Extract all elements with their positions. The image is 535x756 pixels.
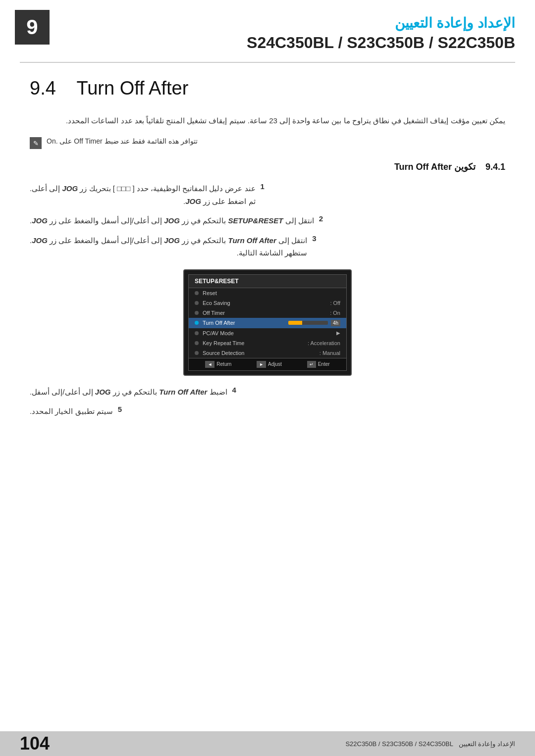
menu-dot-reset	[195, 291, 199, 295]
menu-dot-pcav	[195, 331, 199, 335]
step-2: 2 انتقل إلى SETUP&RESET بالتحكم في زر JO…	[30, 214, 505, 227]
footer-btn-return: ◄ Return	[205, 361, 231, 368]
footer-model-text: الإعداد وإعادة التعيين S22C350B / S23C35…	[345, 740, 515, 748]
menu-value-source: : Manual	[320, 350, 340, 356]
menu-label-source: Source Detection	[203, 350, 320, 356]
step-4-num: 4	[232, 386, 242, 394]
step-3-num: 3	[312, 234, 322, 243]
menu-dot-source	[195, 351, 199, 355]
menu-label-keyrepeat: Key Repeat Time	[203, 340, 308, 346]
step-1-num: 1	[261, 182, 270, 191]
monitor-screenshot: SETUP&RESET Reset Eco Saving : Off Off T…	[30, 269, 505, 376]
intro-paragraph: يمكن تعيين مؤقت إيقاف التشغيل في نطاق يت…	[30, 114, 505, 127]
step-3: 3 انتقل إلى Turn Off After بالتحكم في زر…	[30, 234, 505, 259]
step-5: 5 سيتم تطبيق الخيار المحدد.	[30, 405, 505, 418]
note-box: تتوافر هذه القائمة فقط عند ضبط Off Timer…	[30, 137, 505, 149]
menu-item-source: Source Detection : Manual	[189, 348, 346, 358]
adjust-icon: ►	[257, 361, 266, 368]
step-3-text: انتقل إلى Turn Off After بالتحكم في زر J…	[30, 234, 307, 259]
subsection-num: 9.4.1	[485, 162, 505, 172]
menu-footer: ◄ Return ► Adjust ↵ Enter	[189, 358, 346, 370]
menu-arrow-pcav: ▶	[336, 330, 340, 336]
steps-list: 1 عند عرض دليل المفاتيح الوظيفية، حدد [ …	[30, 182, 505, 259]
menu-label-reset: Reset	[203, 290, 340, 296]
progress-value: 4h	[331, 320, 340, 326]
step-1-text: عند عرض دليل المفاتيح الوظيفية، حدد [ □□…	[30, 182, 256, 207]
header-arabic-title: الإعداد وإعادة التعيين	[20, 15, 515, 31]
monitor-display: SETUP&RESET Reset Eco Saving : Off Off T…	[183, 269, 352, 376]
menu-item-eco: Eco Saving : Off	[189, 298, 346, 308]
section-title: 9.4 Turn Off After	[30, 78, 505, 99]
return-label: Return	[216, 361, 231, 367]
step-5-text: سيتم تطبيق الخيار المحدد.	[30, 405, 113, 418]
subsection-title-text: تكوين Turn Off After	[394, 162, 476, 172]
step-2-num: 2	[319, 214, 329, 223]
footer-model: S22C350B / S23C350B / S24C350BL	[345, 740, 453, 748]
note-text: تتوافر هذه القائمة فقط عند ضبط Off Timer…	[47, 137, 198, 145]
footer-arabic: الإعداد وإعادة التعيين	[459, 740, 515, 748]
step-2-text: انتقل إلى SETUP&RESET بالتحكم في زر JOG …	[30, 214, 314, 227]
page-number: 104	[20, 733, 50, 754]
menu-label-turnoffafter: Turn Off After	[203, 320, 288, 326]
steps-list-2: 4 اضبط Turn Off After بالتحكم في زر JOG …	[30, 386, 505, 418]
chapter-badge: 9	[15, 10, 50, 45]
main-content: 9.4 Turn Off After يمكن تعيين مؤقت إيقاف…	[0, 63, 535, 440]
menu-value-offtimer: : On	[330, 310, 340, 316]
menu-label-offtimer: Off Timer	[203, 310, 330, 316]
page-header: الإعداد وإعادة التعيين S24C350BL / S23C3…	[0, 0, 535, 62]
menu-item-keyrepeat: Key Repeat Time : Acceleration	[189, 338, 346, 348]
menu-dot-turnoffafter	[195, 321, 199, 325]
menu-value-keyrepeat: : Acceleration	[308, 340, 340, 346]
menu-dot-eco	[195, 301, 199, 305]
enter-icon: ↵	[307, 361, 316, 368]
note-icon: ✎	[30, 137, 42, 149]
menu-dot-keyrepeat	[195, 341, 199, 345]
page-footer: 104 الإعداد وإعادة التعيين S22C350B / S2…	[0, 731, 535, 756]
progress-fill	[288, 321, 302, 325]
section-number: 9.4	[30, 78, 56, 99]
menu-item-reset: Reset	[189, 288, 346, 298]
step-4-text: اضبط Turn Off After بالتحكم في زر JOG إل…	[30, 386, 227, 399]
return-icon: ◄	[205, 361, 214, 368]
subsection-title: 9.4.1 تكوين Turn Off After	[30, 161, 505, 172]
menu-item-pcav: PC/AV Mode ▶	[189, 328, 346, 338]
progress-bar	[288, 321, 328, 325]
menu-value-eco: : Off	[330, 300, 340, 306]
footer-btn-enter: ↵ Enter	[307, 361, 330, 368]
adjust-label: Adjust	[268, 361, 282, 367]
enter-label: Enter	[318, 361, 330, 367]
progress-container: 4h	[288, 320, 340, 326]
menu-item-offtimer: Off Timer : On	[189, 308, 346, 318]
menu-dot-offtimer	[195, 311, 199, 315]
header-model: S24C350BL / S23C350B / S22C350B	[20, 34, 515, 52]
step-5-num: 5	[118, 405, 128, 413]
menu-item-turnoffafter: Turn Off After 4h	[189, 318, 346, 328]
menu-title: SETUP&RESET	[189, 275, 346, 288]
menu-label-eco: Eco Saving	[203, 300, 330, 306]
step-1: 1 عند عرض دليل المفاتيح الوظيفية، حدد [ …	[30, 182, 505, 207]
menu-display: SETUP&RESET Reset Eco Saving : Off Off T…	[188, 274, 347, 371]
section-title-text: Turn Off After	[76, 78, 188, 99]
menu-label-pcav: PC/AV Mode	[203, 330, 336, 336]
step-4: 4 اضبط Turn Off After بالتحكم في زر JOG …	[30, 386, 505, 399]
footer-btn-adjust: ► Adjust	[257, 361, 282, 368]
